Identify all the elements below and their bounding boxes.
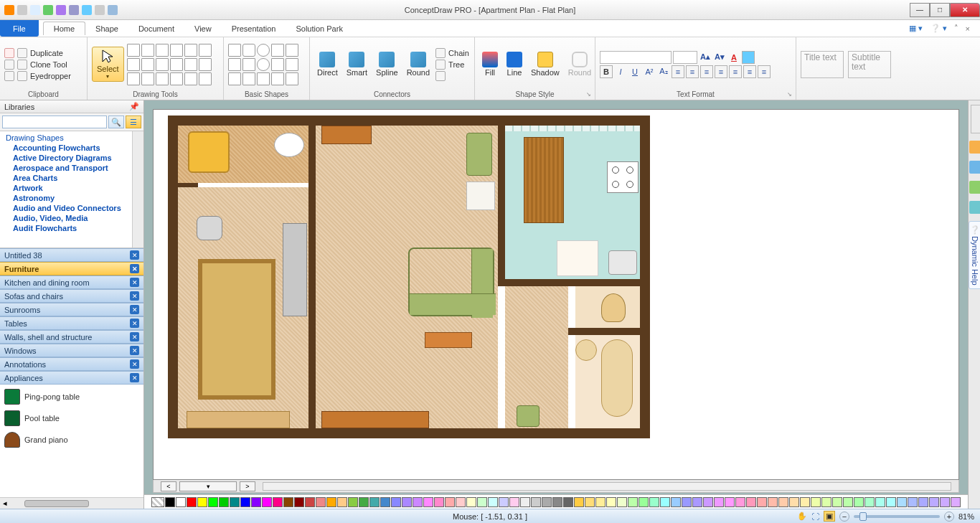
color-swatch[interactable] bbox=[273, 497, 283, 507]
connector-smart-button[interactable]: Smart bbox=[344, 50, 370, 78]
color-swatch[interactable] bbox=[262, 497, 272, 507]
select-tool-button[interactable]: Select ▾ bbox=[92, 47, 124, 82]
color-swatch[interactable] bbox=[197, 497, 207, 507]
text-format-launcher-icon[interactable]: ↘ bbox=[787, 91, 794, 98]
connector-spline-button[interactable]: Spline bbox=[373, 50, 401, 78]
tab-shape[interactable]: Shape bbox=[85, 22, 128, 35]
pin-icon[interactable]: 📌 bbox=[129, 102, 139, 111]
eyedropper-button[interactable]: Eyedropper bbox=[17, 71, 71, 81]
qa-icon-2[interactable] bbox=[17, 5, 27, 15]
tree-item[interactable]: Audit Flowcharts bbox=[3, 223, 141, 233]
color-swatch[interactable] bbox=[359, 497, 369, 507]
color-swatch[interactable] bbox=[789, 497, 799, 507]
align-center-button[interactable]: ≡ bbox=[686, 65, 699, 78]
search-button[interactable]: 🔍 bbox=[108, 116, 124, 128]
color-swatch[interactable] bbox=[800, 497, 810, 507]
title-text-placeholder[interactable]: Title text bbox=[801, 51, 844, 78]
color-swatch[interactable] bbox=[499, 497, 509, 507]
color-swatch[interactable] bbox=[531, 497, 541, 507]
color-swatch[interactable] bbox=[402, 497, 412, 507]
panel-icon-4[interactable] bbox=[969, 201, 981, 214]
maximize-button[interactable]: □ bbox=[930, 3, 950, 17]
copy-icon[interactable] bbox=[4, 60, 14, 70]
chevron-up-icon[interactable]: ˄ bbox=[954, 24, 958, 33]
connector-direct-button[interactable]: Direct bbox=[314, 50, 341, 78]
duplicate-button[interactable]: Duplicate bbox=[17, 48, 71, 58]
color-swatch[interactable] bbox=[821, 497, 831, 507]
color-swatch[interactable] bbox=[725, 497, 735, 507]
tab-home[interactable]: Home bbox=[43, 22, 85, 35]
shape-style-launcher-icon[interactable]: ↘ bbox=[586, 91, 593, 98]
color-swatch[interactable] bbox=[520, 497, 530, 507]
library-category[interactable]: Sunrooms✕ bbox=[0, 303, 143, 316]
color-swatch[interactable] bbox=[714, 497, 724, 507]
color-swatch[interactable] bbox=[380, 497, 390, 507]
zoom-level[interactable]: 81% bbox=[958, 512, 974, 521]
color-swatch[interactable] bbox=[843, 497, 853, 507]
color-swatch[interactable] bbox=[864, 497, 875, 507]
cut-icon[interactable] bbox=[4, 71, 14, 81]
color-swatch[interactable] bbox=[413, 497, 423, 507]
color-swatch[interactable] bbox=[423, 497, 433, 507]
color-swatch[interactable] bbox=[628, 497, 638, 507]
round-corner-button[interactable]: Round bbox=[565, 50, 594, 78]
subscript-button[interactable]: A₂ bbox=[657, 65, 670, 78]
tree-item[interactable]: Astronomy bbox=[3, 193, 141, 203]
color-swatch[interactable] bbox=[305, 497, 315, 507]
align-top-button[interactable]: ≡ bbox=[715, 65, 727, 78]
tree-item[interactable]: Aerospace and Transport bbox=[3, 163, 141, 173]
color-swatch[interactable] bbox=[176, 497, 186, 507]
library-tree[interactable]: Drawing Shapes Accounting Flowcharts Act… bbox=[0, 131, 143, 248]
color-swatch[interactable] bbox=[897, 497, 907, 507]
color-swatch[interactable] bbox=[854, 497, 864, 507]
color-swatch[interactable] bbox=[208, 497, 218, 507]
tree-scrollbar[interactable] bbox=[132, 131, 143, 248]
color-swatch[interactable] bbox=[639, 497, 649, 507]
color-swatch[interactable] bbox=[251, 497, 261, 507]
zoom-slider[interactable] bbox=[854, 515, 940, 518]
library-category[interactable]: Walls, shell and structure✕ bbox=[0, 330, 143, 344]
grow-font-icon[interactable]: A▴ bbox=[699, 51, 712, 64]
library-category[interactable]: Annotations✕ bbox=[0, 357, 143, 371]
zoom-in-button[interactable]: + bbox=[944, 512, 954, 522]
color-swatch[interactable] bbox=[477, 497, 487, 507]
connector-chain-button[interactable]: Chain bbox=[435, 48, 469, 58]
library-category[interactable]: Appliances✕ bbox=[0, 371, 143, 385]
tree-item[interactable]: Artwork bbox=[3, 183, 141, 193]
minimize-button[interactable]: — bbox=[910, 3, 930, 17]
qa-icon-5[interactable] bbox=[56, 5, 66, 15]
library-category[interactable]: Tables✕ bbox=[0, 316, 143, 330]
color-swatch[interactable] bbox=[692, 497, 702, 507]
color-swatch[interactable] bbox=[768, 497, 778, 507]
subtitle-text-placeholder[interactable]: Subtitle text bbox=[848, 51, 891, 78]
close-category-icon[interactable]: ✕ bbox=[130, 319, 139, 328]
color-swatch[interactable] bbox=[703, 497, 713, 507]
library-item[interactable]: Ping-pong table bbox=[3, 386, 141, 407]
close-button[interactable]: ✕ bbox=[950, 3, 980, 17]
color-swatch[interactable] bbox=[649, 497, 659, 507]
tree-item[interactable]: Active Directory Diagrams bbox=[3, 153, 141, 163]
color-swatch[interactable] bbox=[294, 497, 304, 507]
mdi-close-icon[interactable]: × bbox=[966, 24, 970, 33]
color-swatch[interactable] bbox=[951, 497, 961, 507]
tree-item[interactable]: Audio, Video, Media bbox=[3, 213, 141, 223]
align-left-button[interactable]: ≡ bbox=[672, 65, 684, 78]
basic-shapes-grid[interactable] bbox=[228, 44, 298, 85]
color-swatch[interactable] bbox=[326, 497, 336, 507]
library-search-input[interactable] bbox=[2, 116, 107, 128]
close-category-icon[interactable]: ✕ bbox=[130, 332, 139, 341]
color-swatch[interactable] bbox=[187, 497, 197, 507]
font-selector[interactable] bbox=[600, 51, 672, 64]
color-swatch[interactable] bbox=[165, 497, 175, 507]
align-bottom-button[interactable]: ≡ bbox=[743, 65, 756, 78]
tree-item[interactable]: Area Charts bbox=[3, 173, 141, 183]
hand-tool-icon[interactable]: ✋ bbox=[797, 512, 807, 521]
tab-presentation[interactable]: Presentation bbox=[222, 22, 286, 35]
qa-icon-1[interactable] bbox=[4, 5, 14, 15]
canvas-hscrollbar[interactable] bbox=[263, 482, 951, 491]
connector-round-button[interactable]: Round bbox=[404, 50, 433, 78]
library-category[interactable]: Untitled 38✕ bbox=[0, 248, 143, 262]
tab-solution-park[interactable]: Solution Park bbox=[286, 22, 352, 35]
qa-icon-3[interactable] bbox=[30, 5, 40, 15]
page-tab-selector[interactable]: ▾ bbox=[179, 481, 237, 491]
